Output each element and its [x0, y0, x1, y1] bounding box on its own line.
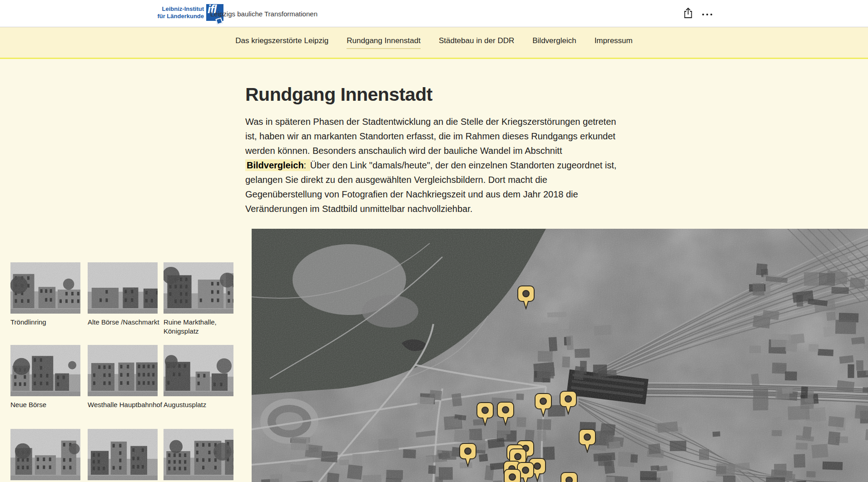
gallery-item[interactable]: Neue Börse [10, 345, 88, 409]
thumbnail-caption: Tröndlinring [10, 318, 86, 327]
gallery-item[interactable]: Augustusplatz [164, 345, 241, 409]
nav-item-bildvergleich[interactable]: Bildvergleich [532, 36, 576, 49]
aerial-photo [252, 229, 868, 482]
thumbnail-photo [164, 429, 233, 480]
nav-item-st-dtebau-in-der-ddr[interactable]: Städtebau in der DDR [439, 36, 514, 49]
share-icon [684, 7, 693, 20]
story-title: Leipzigs bauliche Transformationen [210, 0, 317, 27]
nav-item-label: Bildvergleich [532, 36, 576, 45]
map-pin[interactable] [504, 469, 521, 482]
nav-item-das-kriegszerst-rte-leipzig[interactable]: Das kriegszerstörte Leipzig [235, 36, 328, 49]
thumbnail-photo [10, 429, 80, 480]
aerial-map[interactable] [252, 229, 868, 482]
thumbnail-photo [164, 345, 233, 396]
thumbnail-photo [88, 345, 158, 396]
gallery-item[interactable] [164, 429, 241, 482]
gallery-item[interactable] [88, 429, 165, 482]
thumbnail-photo [164, 262, 233, 314]
logo-line2: für Länderkunde [149, 13, 204, 20]
map-pin[interactable] [535, 393, 552, 417]
map-pin[interactable] [560, 472, 578, 482]
map-pin[interactable] [579, 429, 596, 453]
nav-item-label: Das kriegszerstörte Leipzig [235, 36, 328, 45]
map-pin[interactable] [459, 443, 476, 467]
app-header: Leibniz-Institut für Länderkunde ifl Lei… [0, 0, 868, 27]
gallery-item[interactable]: Ruine Markthalle, Königsplatz [164, 262, 241, 336]
share-button[interactable] [680, 6, 696, 21]
map-pin[interactable] [560, 391, 577, 415]
nav-item-label: Städtebau in der DDR [439, 36, 514, 45]
gallery-item[interactable]: Tröndlinring [10, 262, 88, 327]
gallery-item[interactable] [10, 429, 88, 482]
map-pin[interactable] [497, 402, 514, 426]
thumbnail-caption: Augustusplatz [164, 400, 239, 409]
main-nav: Das kriegszerstörte LeipzigRundgang Inne… [0, 27, 868, 59]
nav-item-rundgang-innenstadt[interactable]: Rundgang Innenstadt [347, 36, 421, 49]
storymap-page: Leibniz-Institut für Länderkunde ifl Lei… [0, 0, 868, 482]
gallery-item[interactable]: Alte Börse /Naschmarkt [88, 262, 165, 327]
page-title: Rundgang Innenstadt [245, 84, 432, 105]
thumbnail-photo [10, 262, 80, 314]
thumbnail-photo [88, 429, 158, 480]
thumbnail-caption: Westhalle Hauptbahnhof [88, 400, 163, 409]
thumbnail-photo [10, 345, 80, 396]
thumbnail-caption: Alte Börse /Naschmarkt [88, 318, 163, 327]
intro-paragraph: Was in späteren Phasen der Stadtentwickl… [245, 114, 621, 216]
logo-line1: Leibniz-Institut [149, 5, 204, 12]
more-icon [702, 10, 713, 18]
bildvergleich-highlight: Bildvergleich: [245, 159, 310, 171]
paragraph-text: Was in späteren Phasen der Stadtentwickl… [245, 117, 616, 156]
thumbnail-caption: Neue Börse [10, 400, 86, 409]
more-options-button[interactable] [699, 6, 715, 21]
thumbnail-caption: Ruine Markthalle, Königsplatz [164, 318, 239, 336]
map-pin[interactable] [476, 402, 494, 426]
gallery-item[interactable]: Westhalle Hauptbahnhof [88, 345, 165, 409]
map-pin[interactable] [517, 285, 535, 310]
nav-item-impressum[interactable]: Impressum [595, 36, 633, 49]
thumbnail-photo [88, 262, 158, 314]
nav-item-label: Rundgang Innenstadt [347, 36, 421, 45]
logo-text: Leibniz-Institut für Länderkunde [149, 5, 204, 20]
nav-item-label: Impressum [595, 36, 633, 45]
